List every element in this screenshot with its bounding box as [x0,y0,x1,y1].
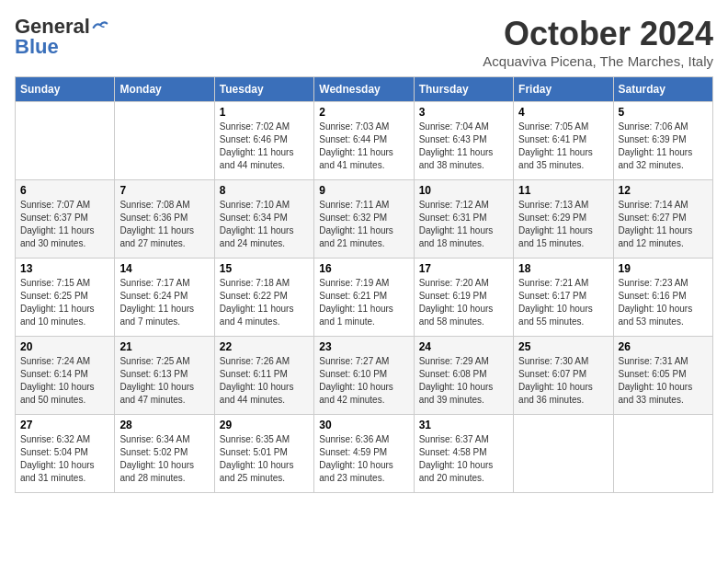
day-number: 25 [518,340,608,353]
day-info: Sunrise: 7:17 AM Sunset: 6:24 PM Dayligh… [119,277,209,328]
calendar-cell: 13Sunrise: 7:15 AM Sunset: 6:25 PM Dayli… [16,259,115,337]
calendar-cell: 23Sunrise: 7:27 AM Sunset: 6:10 PM Dayli… [314,337,414,415]
day-info: Sunrise: 6:35 AM Sunset: 5:01 PM Dayligh… [220,433,309,485]
calendar-cell: 12Sunrise: 7:14 AM Sunset: 6:27 PM Dayli… [613,180,712,259]
day-info: Sunrise: 7:26 AM Sunset: 6:11 PM Dayligh… [220,355,309,407]
day-number: 17 [419,262,508,275]
day-number: 11 [518,184,608,197]
day-number: 6 [20,184,109,197]
calendar-table: SundayMondayTuesdayWednesdayThursdayFrid… [15,76,713,493]
header-day-friday: Friday [514,77,613,102]
day-number: 7 [119,184,209,197]
header-day-saturday: Saturday [613,77,712,102]
day-number: 29 [220,419,309,431]
day-info: Sunrise: 7:25 AM Sunset: 6:13 PM Dayligh… [119,355,209,407]
calendar-cell: 28Sunrise: 6:34 AM Sunset: 5:02 PM Dayli… [115,415,214,493]
calendar-cell: 17Sunrise: 7:20 AM Sunset: 6:19 PM Dayli… [414,259,513,337]
logo: General Blue [15,15,108,59]
day-number: 27 [20,419,109,431]
day-number: 26 [619,340,708,353]
day-number: 10 [419,184,508,197]
logo-blue: Blue [15,35,59,59]
day-number: 31 [419,419,508,431]
day-number: 28 [119,419,209,431]
day-number: 4 [518,106,608,119]
day-info: Sunrise: 7:13 AM Sunset: 6:29 PM Dayligh… [518,199,608,250]
day-info: Sunrise: 7:08 AM Sunset: 6:36 PM Dayligh… [119,199,209,250]
calendar-cell: 18Sunrise: 7:21 AM Sunset: 6:17 PM Dayli… [514,259,613,337]
calendar-week-3: 20Sunrise: 7:24 AM Sunset: 6:14 PM Dayli… [16,337,713,415]
day-info: Sunrise: 6:36 AM Sunset: 4:59 PM Dayligh… [319,433,408,485]
header-day-wednesday: Wednesday [314,77,414,102]
day-info: Sunrise: 7:05 AM Sunset: 6:41 PM Dayligh… [518,121,608,172]
logo-bird-icon [92,20,108,33]
calendar-cell [16,102,115,180]
day-number: 20 [20,340,109,353]
day-info: Sunrise: 7:10 AM Sunset: 6:34 PM Dayligh… [220,199,309,250]
calendar-cell: 3Sunrise: 7:04 AM Sunset: 6:43 PM Daylig… [414,102,513,180]
calendar-cell: 30Sunrise: 6:36 AM Sunset: 4:59 PM Dayli… [314,415,414,493]
day-number: 22 [220,340,309,353]
calendar-cell: 11Sunrise: 7:13 AM Sunset: 6:29 PM Dayli… [514,180,613,259]
day-info: Sunrise: 7:29 AM Sunset: 6:08 PM Dayligh… [419,355,508,407]
day-info: Sunrise: 7:23 AM Sunset: 6:16 PM Dayligh… [619,277,708,328]
calendar-week-0: 1Sunrise: 7:02 AM Sunset: 6:46 PM Daylig… [16,102,713,180]
header-day-tuesday: Tuesday [214,77,313,102]
day-info: Sunrise: 7:06 AM Sunset: 6:39 PM Dayligh… [619,121,708,172]
day-number: 5 [619,106,708,119]
calendar-cell: 6Sunrise: 7:07 AM Sunset: 6:37 PM Daylig… [16,180,115,259]
location: Acquaviva Picena, The Marches, Italy [483,53,713,69]
header-day-thursday: Thursday [414,77,513,102]
day-number: 23 [319,340,408,353]
calendar-week-4: 27Sunrise: 6:32 AM Sunset: 5:04 PM Dayli… [16,415,713,493]
day-number: 18 [518,262,608,275]
day-info: Sunrise: 7:11 AM Sunset: 6:32 PM Dayligh… [319,199,408,250]
day-number: 1 [220,106,309,119]
calendar-header-row: SundayMondayTuesdayWednesdayThursdayFrid… [16,77,713,102]
calendar-cell: 22Sunrise: 7:26 AM Sunset: 6:11 PM Dayli… [214,337,313,415]
day-number: 21 [119,340,209,353]
day-number: 13 [20,262,109,275]
calendar-cell: 31Sunrise: 6:37 AM Sunset: 4:58 PM Dayli… [414,415,513,493]
day-number: 16 [319,262,408,275]
calendar-cell: 16Sunrise: 7:19 AM Sunset: 6:21 PM Dayli… [314,259,414,337]
day-info: Sunrise: 7:24 AM Sunset: 6:14 PM Dayligh… [20,355,109,407]
calendar-week-1: 6Sunrise: 7:07 AM Sunset: 6:37 PM Daylig… [16,180,713,259]
header-day-monday: Monday [115,77,214,102]
calendar-cell: 24Sunrise: 7:29 AM Sunset: 6:08 PM Dayli… [414,337,513,415]
calendar-week-2: 13Sunrise: 7:15 AM Sunset: 6:25 PM Dayli… [16,259,713,337]
day-info: Sunrise: 7:19 AM Sunset: 6:21 PM Dayligh… [319,277,408,328]
calendar-cell [613,415,712,493]
day-info: Sunrise: 7:31 AM Sunset: 6:05 PM Dayligh… [619,355,708,407]
day-number: 24 [419,340,508,353]
calendar-cell: 14Sunrise: 7:17 AM Sunset: 6:24 PM Dayli… [115,259,214,337]
day-info: Sunrise: 7:04 AM Sunset: 6:43 PM Dayligh… [419,121,508,172]
calendar-cell: 4Sunrise: 7:05 AM Sunset: 6:41 PM Daylig… [514,102,613,180]
calendar-cell: 9Sunrise: 7:11 AM Sunset: 6:32 PM Daylig… [314,180,414,259]
day-info: Sunrise: 7:21 AM Sunset: 6:17 PM Dayligh… [518,277,608,328]
page-header: General Blue October 2024 Acquaviva Pice… [15,15,713,69]
day-info: Sunrise: 7:30 AM Sunset: 6:07 PM Dayligh… [518,355,608,407]
calendar-cell: 29Sunrise: 6:35 AM Sunset: 5:01 PM Dayli… [214,415,313,493]
calendar-cell: 1Sunrise: 7:02 AM Sunset: 6:46 PM Daylig… [214,102,313,180]
calendar-cell: 26Sunrise: 7:31 AM Sunset: 6:05 PM Dayli… [613,337,712,415]
day-info: Sunrise: 7:02 AM Sunset: 6:46 PM Dayligh… [220,121,309,172]
calendar-cell [115,102,214,180]
month-title: October 2024 [483,15,713,53]
day-info: Sunrise: 7:27 AM Sunset: 6:10 PM Dayligh… [319,355,408,407]
day-info: Sunrise: 7:07 AM Sunset: 6:37 PM Dayligh… [20,199,109,250]
calendar-cell: 7Sunrise: 7:08 AM Sunset: 6:36 PM Daylig… [115,180,214,259]
calendar-cell: 19Sunrise: 7:23 AM Sunset: 6:16 PM Dayli… [613,259,712,337]
day-number: 15 [220,262,309,275]
day-info: Sunrise: 7:15 AM Sunset: 6:25 PM Dayligh… [20,277,109,328]
calendar-cell: 8Sunrise: 7:10 AM Sunset: 6:34 PM Daylig… [214,180,313,259]
day-info: Sunrise: 7:03 AM Sunset: 6:44 PM Dayligh… [319,121,408,172]
calendar-cell: 20Sunrise: 7:24 AM Sunset: 6:14 PM Dayli… [16,337,115,415]
calendar-cell: 25Sunrise: 7:30 AM Sunset: 6:07 PM Dayli… [514,337,613,415]
day-number: 19 [619,262,708,275]
day-number: 8 [220,184,309,197]
day-info: Sunrise: 7:20 AM Sunset: 6:19 PM Dayligh… [419,277,508,328]
calendar-cell: 15Sunrise: 7:18 AM Sunset: 6:22 PM Dayli… [214,259,313,337]
day-number: 3 [419,106,508,119]
calendar-cell: 5Sunrise: 7:06 AM Sunset: 6:39 PM Daylig… [613,102,712,180]
